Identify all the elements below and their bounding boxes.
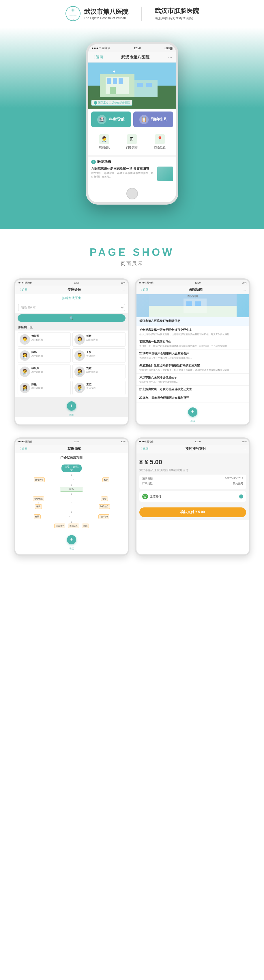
- battery-label: 30%▓: [165, 47, 172, 50]
- news-list-item-7[interactable]: 2016年中国临床合理用药大会顺利召开: [136, 394, 249, 403]
- doctor-card-8[interactable]: 👨‍⚕️ 王恒 主治医师: [72, 381, 125, 395]
- pay-button[interactable]: 确认支付 ¥ 5.00: [139, 508, 246, 517]
- doctor-info-8: 王恒 主治医师: [86, 383, 123, 390]
- news-list-item-3[interactable]: 2016年中国临床合理用药大会顺利召开 为贯彻落实卫生计生委精神，与会专家就临床…: [136, 350, 249, 362]
- doctor-avatar-3: 👩‍⚕️: [20, 350, 30, 361]
- payment-method[interactable]: W 微信支付: [139, 491, 246, 502]
- news-list-item-5[interactable]: 武汉市第八医院环境信息公示 切实担负起生态环境保护的政治责任...: [136, 374, 249, 385]
- yueyue-menu-item[interactable]: 📋 预约挂号: [133, 111, 173, 127]
- screen3-time: 12:20: [74, 440, 79, 443]
- screen4-time: 12:20: [195, 440, 200, 443]
- header-divider: [141, 6, 142, 21]
- hospital-badge: 医保定点 二级公立综合医院: [91, 100, 133, 106]
- doctor-name-6: 刘敏: [86, 366, 123, 370]
- screen1-more[interactable]: ···: [122, 288, 125, 292]
- screen4-back[interactable]: 〈 返回: [139, 447, 149, 451]
- doctor-card-1[interactable]: 👨‍⚕️ 徐跃军 副主任医师: [18, 332, 71, 347]
- flow-box-exam: 就诊: [60, 487, 83, 492]
- news-hero-image: 医院新闻: [136, 294, 249, 317]
- screen3-more[interactable]: ···: [122, 446, 125, 451]
- news-list-item-0[interactable]: 武汉市第八医院2017年招聘信息: [136, 317, 249, 326]
- flow-arrow-4: ↓: [20, 510, 123, 513]
- doctor-card-4[interactable]: 👨‍⚕️ 王恒 主治医师: [72, 348, 125, 363]
- doctor-card-3[interactable]: 👩‍⚕️ 陈艳 副主任医师: [18, 348, 71, 363]
- clinic-menu-item[interactable]: 🗓 门诊安排: [119, 132, 145, 152]
- svg-rect-9: [107, 78, 111, 84]
- screen2-more[interactable]: ···: [243, 288, 246, 292]
- screen1-title: 专家介绍: [67, 287, 82, 292]
- more-button[interactable]: ···: [168, 54, 172, 60]
- doctor-card-7[interactable]: 👩‍⚕️ 陈艳 副主任医师: [18, 381, 71, 395]
- doctor-dept-2: 副主任医师: [86, 338, 123, 342]
- hospital1-name: 武汉市第八医院: [84, 8, 128, 16]
- clinic-icon: 🗓: [126, 134, 137, 144]
- news-desc-4: 完善医疗信息化系统，优化服务，培训提升人员素质，对全院大清查整改推动数字化管理: [139, 369, 246, 372]
- news-list-item-4[interactable]: 开展卫生计生重点问题专项整治行动的实施方案 完善医疗信息化系统，优化服务，培训提…: [136, 362, 249, 374]
- screen1-fab[interactable]: + 导医: [17, 399, 126, 417]
- doctor-card-2[interactable]: 👩‍⚕️ 刘敏 副主任医师: [72, 332, 125, 347]
- flow-final-row: 住院治疗 出院结算 出院: [20, 523, 123, 528]
- keshi-menu-item[interactable]: 🏥 科室导航: [91, 111, 131, 127]
- screen3-back[interactable]: 〈 返回: [18, 447, 28, 451]
- news-item[interactable]: 八医院离退休老同志欢聚一堂 共渡重阳节 在节重阳、尊老敬老、孝老爱亲氛围浓厚的重…: [91, 167, 173, 181]
- screen4-battery: 30%: [242, 440, 246, 443]
- screen2-fab-btn[interactable]: +: [188, 407, 197, 417]
- badge-icon: [94, 101, 97, 105]
- doctor-dept-5: 副主任医师: [32, 371, 69, 374]
- main-menu-grid: 🏥 科室导航 📋 预约挂号: [88, 109, 176, 130]
- screen4-more[interactable]: ···: [243, 446, 246, 451]
- expert-label: 专家团队: [98, 145, 110, 150]
- doctor-filter-select[interactable]: 请选择科室: [18, 304, 125, 311]
- flow-arrow-5: ↓: [20, 520, 123, 523]
- hospital1-sub: The Eighth Hospital of Wuhan: [84, 16, 128, 20]
- svg-rect-14: [138, 83, 143, 87]
- doctor-dept-6: 副主任医师: [86, 371, 123, 374]
- doctor-name-1: 徐跃军: [32, 334, 69, 338]
- screen1-back[interactable]: 〈 返回: [18, 288, 28, 292]
- screen2-status-bar: ●●●●中国电信 12:20 30%: [136, 280, 249, 286]
- news-title-7: 2016年中国临床合理用药大会顺利召开: [139, 396, 246, 400]
- keshi-label: 科室导航: [109, 117, 125, 122]
- screen1-section-title: 按科室找医生: [15, 294, 128, 302]
- doctor-card-6[interactable]: 👩‍⚕️ 刘敏 副主任医师: [72, 364, 125, 379]
- screen2-battery: 30%: [242, 282, 246, 284]
- news-desc-3: 为贯彻落实卫生计生委精神，与会专家就临床用药...: [139, 356, 246, 360]
- news-list-item-6[interactable]: 护士拒房发现一万余元现金 连夜交还失主: [136, 385, 249, 394]
- payment-detail-type: 订单类型： 预约挂号: [142, 482, 243, 485]
- hospital-hero-image: ✚ 医保定点 二级公立综合医院: [88, 62, 176, 109]
- screen2-back[interactable]: 〈 返回: [139, 288, 149, 292]
- page-show-section: PAGE SHOW 页面展示 ●●●●中国电信 12:20 30% 〈 返回 专…: [0, 229, 264, 567]
- news-title-0: 武汉市第八医院2017年招聘信息: [139, 319, 246, 323]
- screen3-battery: 30%: [121, 440, 125, 443]
- flow-box-check: 挂号就诊: [34, 477, 45, 482]
- screen3-status-bar: ●●●●中国电信 12:20 30%: [15, 439, 128, 445]
- doctor-card-5[interactable]: 👨‍⚕️ 徐跃军 副主任医师: [18, 364, 71, 379]
- screen4-carrier: ●●●●中国电信: [139, 440, 154, 443]
- doctor-search-bar[interactable]: 🔍: [18, 314, 125, 322]
- flow-chart: 挂号、门诊就诊 ↓ 挂号就诊 → 初诊 ↓ 就诊 ↓ 检验/检查 ↓ 缴: [18, 462, 125, 530]
- flow-start: 挂号、门诊就诊: [61, 465, 82, 472]
- location-menu-item[interactable]: 📍 交通位置: [147, 132, 173, 152]
- flow-box-pay: 检验/检查: [33, 496, 45, 501]
- expert-menu-item[interactable]: 👨‍⚕️ 专家团队: [91, 132, 117, 152]
- svg-rect-13: [134, 80, 158, 97]
- flow-box-admit: 住院: [34, 514, 41, 519]
- page-show-title: PAGE SHOW: [11, 247, 253, 258]
- screen1-time: 12:20: [74, 282, 79, 284]
- news-list-item-1[interactable]: 护士拒房发现一万余元现金 连夜交还失主 经护士精心护理对方恢复良好，这是基础护理…: [136, 326, 249, 338]
- back-arrow-icon: 〈: [92, 55, 95, 60]
- news-item-text: 八医院离退休老同志欢聚一堂 共渡重阳节 在节重阳、尊老敬老、孝老爱亲氛围浓厚的重…: [91, 167, 155, 181]
- news-list-item-2[interactable]: 我院迎来一批德国实习生 近日共一批，接待了77名来自德国马格德大学等校的学生，结…: [136, 338, 249, 350]
- doctor-info-5: 徐跃军 副主任医师: [32, 366, 69, 374]
- screen3-fab-btn[interactable]: +: [67, 535, 76, 544]
- payment-radio-selected[interactable]: [239, 495, 243, 498]
- home-button[interactable]: [126, 188, 138, 199]
- doctor-name-7: 陈艳: [32, 383, 69, 387]
- screen3-fab[interactable]: + 导医: [19, 532, 124, 550]
- screen2-fab[interactable]: + 导诊: [138, 404, 247, 423]
- keshi-icon: 🏥: [97, 115, 106, 124]
- screen1-fab-btn[interactable]: +: [67, 401, 76, 410]
- screen1-filter: 请选择科室: [15, 302, 128, 313]
- back-button[interactable]: 〈 返回: [92, 55, 103, 60]
- doctor-info-3: 陈艳 副主任医师: [32, 350, 69, 358]
